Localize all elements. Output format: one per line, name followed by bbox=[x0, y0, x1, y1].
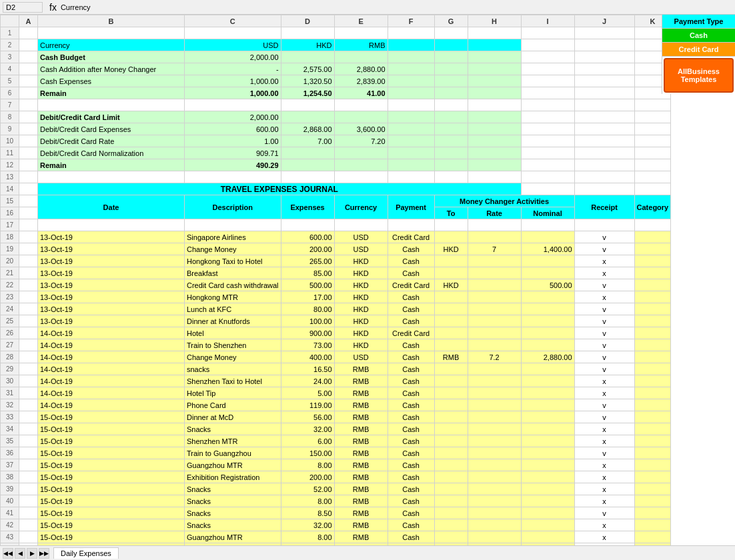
r14-j[interactable] bbox=[574, 183, 634, 195]
r13-k[interactable] bbox=[634, 171, 671, 183]
r31-desc[interactable]: Hotel Tip bbox=[185, 387, 281, 399]
r27-a[interactable] bbox=[19, 339, 38, 351]
r43-curr[interactable]: RMB bbox=[334, 531, 388, 543]
r17-k[interactable] bbox=[634, 219, 671, 231]
r11-h[interactable] bbox=[468, 147, 521, 159]
r31-a[interactable] bbox=[19, 387, 38, 399]
r9-g[interactable] bbox=[434, 123, 468, 135]
allbusiness-logo[interactable]: AllBusiness Templates bbox=[664, 58, 734, 93]
r2-h[interactable] bbox=[468, 39, 521, 51]
r29-pay[interactable]: Cash bbox=[388, 363, 434, 375]
r6-i[interactable] bbox=[521, 87, 574, 99]
r4-j[interactable] bbox=[574, 63, 634, 75]
r24-a[interactable] bbox=[19, 303, 38, 315]
r22-pay[interactable]: Credit Card bbox=[388, 279, 434, 291]
col-i[interactable]: I bbox=[521, 15, 574, 27]
r36-curr[interactable]: RMB bbox=[334, 447, 388, 459]
r29-nom[interactable] bbox=[521, 363, 574, 375]
r41-nom[interactable] bbox=[521, 507, 574, 519]
r37-exp[interactable]: 8.00 bbox=[281, 459, 334, 471]
r36-nom[interactable] bbox=[521, 447, 574, 459]
r39-a[interactable] bbox=[19, 483, 38, 495]
r35-exp[interactable]: 6.00 bbox=[281, 435, 334, 447]
r41-exp[interactable]: 8.50 bbox=[281, 507, 334, 519]
r33-exp[interactable]: 56.00 bbox=[281, 411, 334, 423]
nav-last[interactable]: ▶▶ bbox=[39, 548, 49, 559]
r13-i[interactable] bbox=[521, 171, 574, 183]
r40-desc[interactable]: Snacks bbox=[185, 495, 281, 507]
r8-h[interactable] bbox=[468, 111, 521, 123]
r39-date[interactable]: 15-Oct-19 bbox=[38, 483, 185, 495]
r36-exp[interactable]: 150.00 bbox=[281, 447, 334, 459]
col-c[interactable]: C bbox=[185, 15, 281, 27]
nav-prev[interactable]: ◀ bbox=[15, 548, 25, 559]
r17-e[interactable] bbox=[334, 219, 388, 231]
payment-credit-option[interactable]: Credit Card bbox=[662, 43, 735, 57]
r26-receipt[interactable]: v bbox=[574, 327, 634, 339]
r10-e[interactable]: 7.20 bbox=[334, 135, 388, 147]
r20-rate[interactable] bbox=[468, 255, 521, 267]
r32-date[interactable]: 14-Oct-19 bbox=[38, 399, 185, 411]
r4-f[interactable] bbox=[388, 63, 434, 75]
r12-i[interactable] bbox=[521, 159, 574, 171]
r10-b[interactable]: Debit/Credit Card Rate bbox=[38, 135, 185, 147]
r17-j[interactable] bbox=[574, 219, 634, 231]
r34-cat[interactable] bbox=[634, 423, 671, 435]
r30-desc[interactable]: Shenzhen Taxi to Hotel bbox=[185, 375, 281, 387]
r43-date[interactable]: 15-Oct-19 bbox=[38, 531, 185, 543]
r21-date[interactable]: 13-Oct-19 bbox=[38, 267, 185, 279]
r40-pay[interactable]: Cash bbox=[388, 495, 434, 507]
r39-to[interactable] bbox=[434, 483, 468, 495]
payment-cash-option[interactable]: Cash bbox=[662, 29, 735, 43]
r40-to[interactable] bbox=[434, 495, 468, 507]
r25-receipt[interactable]: v bbox=[574, 315, 634, 327]
r13-f[interactable] bbox=[388, 171, 434, 183]
r11-f[interactable] bbox=[388, 147, 434, 159]
r31-nom[interactable] bbox=[521, 387, 574, 399]
r29-a[interactable] bbox=[19, 363, 38, 375]
r8-a[interactable] bbox=[19, 111, 38, 123]
r21-exp[interactable]: 85.00 bbox=[281, 267, 334, 279]
r4-d[interactable]: 2,575.00 bbox=[281, 63, 334, 75]
r30-a[interactable] bbox=[19, 375, 38, 387]
r22-exp[interactable]: 500.00 bbox=[281, 279, 334, 291]
r41-rate[interactable] bbox=[468, 507, 521, 519]
col-g[interactable]: G bbox=[434, 15, 468, 27]
r43-desc[interactable]: Guangzhou MTR bbox=[185, 531, 281, 543]
r12-a[interactable] bbox=[19, 159, 38, 171]
r41-a[interactable] bbox=[19, 507, 38, 519]
r8-c[interactable]: 2,000.00 bbox=[185, 111, 281, 123]
r1-e[interactable] bbox=[334, 27, 388, 39]
r21-curr[interactable]: HKD bbox=[334, 267, 388, 279]
r24-to[interactable] bbox=[434, 303, 468, 315]
r17-g[interactable] bbox=[434, 219, 468, 231]
r36-cat[interactable] bbox=[634, 447, 671, 459]
r3-i[interactable] bbox=[521, 51, 574, 63]
r19-cat[interactable] bbox=[634, 243, 671, 255]
r41-curr[interactable]: RMB bbox=[334, 507, 388, 519]
r8-f[interactable] bbox=[388, 111, 434, 123]
r6-h[interactable] bbox=[468, 87, 521, 99]
r9-c[interactable]: 600.00 bbox=[185, 123, 281, 135]
r12-d[interactable] bbox=[281, 159, 334, 171]
r42-nom[interactable] bbox=[521, 519, 574, 531]
r27-pay[interactable]: Cash bbox=[388, 339, 434, 351]
r19-desc[interactable]: Change Money bbox=[185, 243, 281, 255]
r24-date[interactable]: 13-Oct-19 bbox=[38, 303, 185, 315]
r3-j[interactable] bbox=[574, 51, 634, 63]
r14-i[interactable] bbox=[521, 183, 574, 195]
r20-desc[interactable]: Hongkong Taxi to Hotel bbox=[185, 255, 281, 267]
r7-c[interactable] bbox=[185, 99, 281, 111]
r11-k[interactable] bbox=[634, 147, 671, 159]
r30-cat[interactable] bbox=[634, 375, 671, 387]
r42-to[interactable] bbox=[434, 519, 468, 531]
r21-nom[interactable] bbox=[521, 267, 574, 279]
r42-curr[interactable]: RMB bbox=[334, 519, 388, 531]
r32-receipt[interactable]: v bbox=[574, 399, 634, 411]
r11-j[interactable] bbox=[574, 147, 634, 159]
r8-j[interactable] bbox=[574, 111, 634, 123]
r36-to[interactable] bbox=[434, 447, 468, 459]
r7-a[interactable] bbox=[19, 99, 38, 111]
r10-k[interactable] bbox=[634, 135, 671, 147]
col-h[interactable]: H bbox=[468, 15, 521, 27]
